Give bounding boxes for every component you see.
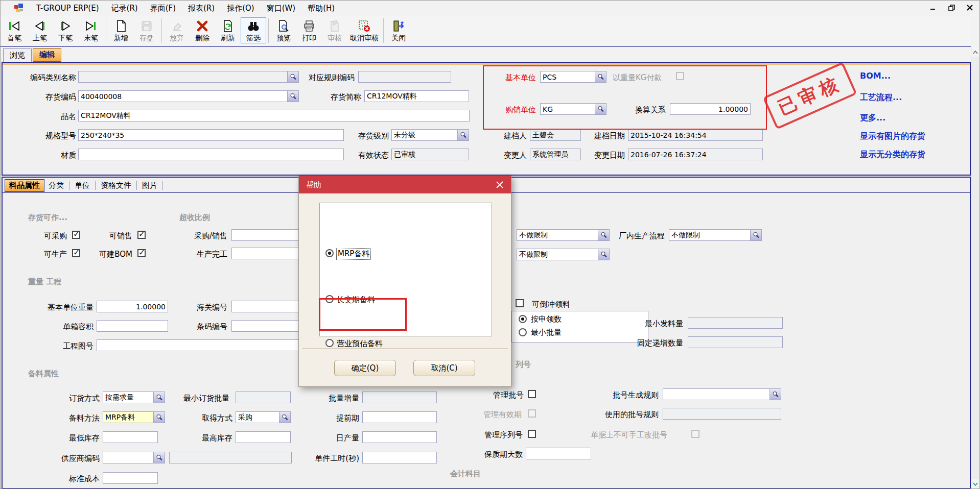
lookup-icon[interactable]: [750, 230, 761, 240]
toolbar-prev-button[interactable]: 上笔: [27, 17, 53, 43]
restore-icon[interactable]: [946, 3, 957, 13]
manage-expiry-checkbox[interactable]: [528, 409, 536, 418]
option-mrp-radio[interactable]: [325, 249, 334, 257]
vertical-scrollbar[interactable]: [971, 47, 979, 488]
toolbar-audit-button[interactable]: 审核: [322, 17, 347, 43]
menu-item-app[interactable]: T-GROUP ERP(E): [30, 2, 105, 15]
conversion-input[interactable]: 1.00000: [670, 103, 751, 115]
unit-work-sec-input[interactable]: [362, 452, 437, 463]
restriction-1-input[interactable]: 不做限制: [517, 229, 610, 241]
menu-item-help[interactable]: 帮助(H): [301, 2, 341, 15]
option-long-leadtime-label[interactable]: 长交期备料: [337, 295, 375, 305]
inv-abbr-input[interactable]: CR12MOV精料: [364, 90, 469, 102]
box-volume-input[interactable]: [97, 320, 168, 332]
link-show-unclassified[interactable]: 显示无分类的存货: [860, 150, 925, 160]
lookup-icon[interactable]: [279, 412, 290, 423]
dialog-close-icon[interactable]: [494, 179, 506, 190]
shelf-days-input[interactable]: [526, 448, 591, 459]
lookup-icon[interactable]: [153, 412, 165, 423]
tab-images[interactable]: 图片: [138, 180, 161, 191]
link-bom[interactable]: BOM...: [860, 71, 891, 81]
toolbar-discard-button[interactable]: 放弃: [164, 17, 190, 43]
max-stock-input[interactable]: [236, 431, 291, 443]
product-name-input[interactable]: CR12MOV精料: [78, 110, 470, 121]
used-lot-rule-input[interactable]: [663, 408, 781, 420]
toolbar-cancel-audit-button[interactable]: 取消审核: [347, 17, 381, 43]
acquire-mode-input[interactable]: 采购: [236, 411, 291, 423]
tab-edit[interactable]: 编辑: [33, 48, 61, 62]
batch-increment-input[interactable]: [362, 392, 437, 403]
base-unit-input[interactable]: PCS: [540, 71, 606, 83]
pay-by-weight-checkbox[interactable]: [676, 72, 684, 80]
link-more[interactable]: 更多...: [860, 113, 885, 124]
help-dialog-titlebar[interactable]: 帮助: [299, 176, 511, 193]
lookup-icon[interactable]: [153, 392, 165, 403]
toolbar-refresh-button[interactable]: 刷新: [215, 17, 241, 43]
backflush-checkbox[interactable]: [516, 299, 524, 307]
min-issue-qty-input[interactable]: [688, 317, 783, 329]
lookup-icon[interactable]: [598, 230, 609, 240]
tab-units[interactable]: 单位: [71, 180, 94, 191]
manage-serial-checkbox[interactable]: [528, 430, 536, 438]
toolbar-save-button[interactable]: 存盘: [134, 17, 159, 43]
menu-item-record[interactable]: 记录(R): [105, 2, 144, 15]
close-icon[interactable]: [964, 3, 975, 13]
fixed-increment-input[interactable]: [688, 336, 783, 348]
tab-classification[interactable]: 分类: [44, 180, 68, 191]
restriction-2-input[interactable]: 不做限制: [517, 249, 610, 260]
min-batch-radio[interactable]: [519, 328, 527, 336]
toolbar-first-button[interactable]: 首笔: [2, 17, 27, 43]
ok-button[interactable]: 确定(Q): [334, 360, 396, 376]
option-sales-forecast-label[interactable]: 营业预估备料: [337, 339, 383, 349]
purchasable-checkbox[interactable]: [72, 231, 80, 239]
toolbar-preview-button[interactable]: 预览: [271, 17, 296, 43]
inv-level-input[interactable]: 未分级: [391, 129, 469, 141]
option-mrp-label[interactable]: MRP备料: [337, 249, 370, 259]
menu-item-window[interactable]: 窗口(W): [261, 2, 302, 15]
option-long-leadtime-radio[interactable]: [325, 295, 334, 303]
producible-checkbox[interactable]: [72, 249, 80, 257]
min-order-qty-input[interactable]: [236, 392, 291, 403]
tab-browse[interactable]: 浏览: [3, 48, 32, 62]
manage-lot-checkbox[interactable]: [528, 390, 536, 398]
prep-method-input[interactable]: MRP备料: [103, 411, 165, 423]
toolbar-new-button[interactable]: 新增: [108, 17, 134, 43]
tab-qualification-files[interactable]: 资格文件: [97, 180, 135, 191]
code-category-input[interactable]: [78, 71, 299, 83]
min-stock-input[interactable]: [103, 431, 158, 443]
lookup-icon[interactable]: [287, 71, 298, 82]
rule-code-input[interactable]: [358, 71, 451, 83]
toolbar-print-button[interactable]: 打印: [296, 17, 322, 43]
menu-item-report[interactable]: 报表(R): [182, 2, 221, 15]
lookup-icon[interactable]: [595, 71, 606, 82]
trade-unit-input[interactable]: KG: [540, 103, 606, 115]
material-input[interactable]: [78, 149, 344, 160]
bom-allowed-checkbox[interactable]: [137, 249, 146, 257]
menu-item-operation[interactable]: 操作(O): [221, 2, 261, 15]
lead-time-input[interactable]: [362, 411, 437, 423]
spec-model-input[interactable]: 250*240*35: [78, 129, 344, 141]
inv-code-input[interactable]: 400400008: [78, 90, 299, 102]
lookup-icon[interactable]: [769, 389, 781, 400]
cancel-button[interactable]: 取消(C): [413, 360, 475, 376]
lookup-icon[interactable]: [595, 104, 606, 114]
lookup-icon[interactable]: [598, 249, 609, 260]
tab-item-attributes[interactable]: 料品属性: [5, 179, 44, 192]
standard-cost-input[interactable]: [103, 472, 158, 484]
menu-item-interface[interactable]: 界面(F): [144, 2, 182, 15]
toolbar-delete-button[interactable]: 删除: [190, 17, 215, 43]
scroll-down-icon[interactable]: [971, 479, 979, 488]
lookup-icon[interactable]: [457, 130, 469, 140]
scroll-up-icon[interactable]: [971, 47, 979, 57]
by-request-radio[interactable]: [519, 315, 527, 323]
link-show-with-images[interactable]: 显示有图片的存货: [860, 131, 925, 142]
link-process-flow[interactable]: 工艺流程...: [860, 92, 902, 103]
toolbar-filter-button[interactable]: 筛选: [241, 17, 266, 43]
minimize-icon[interactable]: [927, 3, 939, 13]
factory-flow-input[interactable]: 不做限制: [669, 229, 762, 241]
order-mode-input[interactable]: 按需求量: [103, 392, 165, 403]
sellable-checkbox[interactable]: [137, 231, 146, 239]
lookup-icon[interactable]: [153, 452, 165, 463]
base-unit-weight-input[interactable]: 1.00000: [97, 301, 168, 312]
lookup-icon[interactable]: [287, 91, 298, 102]
